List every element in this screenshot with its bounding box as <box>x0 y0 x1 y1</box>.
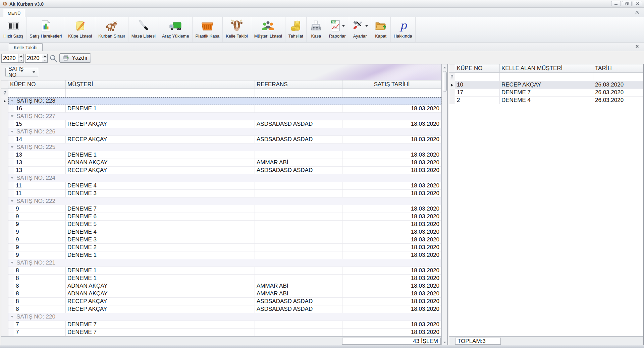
scrollbar-thumb[interactable] <box>443 71 447 92</box>
ribbon-item-kapat[interactable]: Kapat <box>371 17 391 42</box>
group-expanded-icon[interactable] <box>11 100 13 102</box>
ribbon-item-masa-listesi[interactable]: Masa Listesi <box>128 17 159 42</box>
data-row[interactable]: 9DENEME 218.03.2020 <box>1 244 441 251</box>
data-row[interactable]: 16DENEME 118.03.2020 <box>1 105 441 113</box>
restore-button[interactable] <box>622 1 632 6</box>
ribbon-item-satis-hareketleri[interactable]: Satış Hareketleri <box>26 17 65 42</box>
column-header-kupe-no[interactable]: KÜPE NO <box>8 80 66 89</box>
data-row[interactable]: 13ADNAN AKÇAYAMMAR ABİ18.03.2020 <box>1 159 441 167</box>
data-row[interactable]: 9DENEME 418.03.2020 <box>1 228 441 236</box>
vertical-scrollbar[interactable] <box>442 64 447 345</box>
data-row[interactable]: 9DENEME 718.03.2020 <box>1 205 441 213</box>
group-expanded-icon[interactable] <box>11 200 13 202</box>
cell-kupe-no: 13 <box>14 167 66 174</box>
cell-tarih: 26.03.2020 <box>593 97 643 104</box>
ribbon-item-kurban-sirasi[interactable]: Kurban Sırası <box>95 17 128 42</box>
data-row[interactable]: 7DENEME 718.03.2020 <box>1 329 441 336</box>
tab-menu[interactable]: MENÜ <box>3 9 25 17</box>
cell-kupe-no: 7 <box>14 329 66 336</box>
ribbon-item-hakkinda[interactable]: p Hakkında <box>391 17 416 42</box>
search-button[interactable] <box>49 54 58 62</box>
data-row[interactable]: 13RECEP AKÇAYASDSADASD ASDAD18.03.2020 <box>1 167 441 174</box>
filter-cell[interactable] <box>500 73 593 81</box>
close-button[interactable] <box>633 1 642 6</box>
group-row[interactable]: SATIŞ NO: 226 <box>1 128 441 136</box>
ribbon-item-plastik-kasa[interactable]: Plastik Kasa <box>193 17 223 42</box>
collapse-ribbon-icon[interactable] <box>635 10 640 14</box>
ribbon-item-hizli-satis[interactable]: Hızlı Satış <box>0 17 26 42</box>
minimize-button[interactable] <box>611 1 621 6</box>
row-indicator <box>1 182 8 190</box>
group-by-column-button[interactable]: SATIŞ NO <box>5 68 38 76</box>
group-expanded-icon[interactable] <box>11 316 13 318</box>
group-row[interactable]: SATIŞ NO: 221 <box>1 259 441 267</box>
group-row[interactable]: SATIŞ NO: 224 <box>1 174 441 182</box>
data-row[interactable]: 9DENEME 118.03.2020 <box>1 251 441 259</box>
filter-cell[interactable] <box>455 73 500 81</box>
data-row[interactable]: 9DENEME 618.03.2020 <box>1 213 441 221</box>
ribbon-item-kupe-listesi[interactable]: Küpe Listesi <box>65 17 95 42</box>
group-row[interactable]: SATIŞ NO: 225 <box>1 143 441 151</box>
tab-kelle-takibi[interactable]: Kelle Takibi <box>9 43 43 51</box>
filter-cell[interactable] <box>66 89 255 97</box>
data-row[interactable]: 2DENEME 426.03.2020 <box>449 97 643 104</box>
ribbon-item-kelle-takibi[interactable]: Kelle Takibi <box>223 17 251 42</box>
data-row[interactable]: 14RECEP AKÇAYASDSADASD ASDAD18.03.2020 <box>1 136 441 143</box>
column-header-kelle-alan-musteri[interactable]: KELLE ALAN MÜŞTERİ <box>500 64 593 72</box>
spin-up-icon[interactable] <box>42 54 47 58</box>
group-row[interactable]: SATIŞ NO: 227 <box>1 113 441 120</box>
close-tab-icon[interactable] <box>635 45 639 48</box>
scroll-up-icon[interactable] <box>442 65 447 70</box>
print-button[interactable]: Yazdır <box>59 53 91 63</box>
ribbon-item-ayarlar[interactable]: Ayarlar <box>349 17 371 42</box>
filter-cell[interactable] <box>255 89 342 97</box>
cell-kupe-no: 8 <box>14 275 66 282</box>
data-row[interactable]: 8RECEP AKÇAYASDSADASD ASDAD18.03.2020 <box>1 305 441 313</box>
data-row[interactable]: 17DENEME 726.03.2020 <box>449 89 643 97</box>
filter-cell[interactable] <box>342 89 441 97</box>
data-row[interactable]: 9DENEME 518.03.2020 <box>1 221 441 228</box>
data-row[interactable]: 8DENEME 118.03.2020 <box>1 267 441 275</box>
transaction-count-summary: 43 İŞLEM <box>342 338 441 345</box>
data-row[interactable]: 7DENEME 718.03.2020 <box>1 321 441 329</box>
column-header-musteri[interactable]: MÜŞTERİ <box>66 80 255 89</box>
year-start-spinner[interactable]: 2020 <box>1 54 24 63</box>
data-row[interactable]: 8ADNAN AKÇAYAMMAR ABİ18.03.2020 <box>1 290 441 298</box>
scroll-down-icon[interactable] <box>442 340 447 345</box>
ribbon-item-arac-yukleme[interactable]: Araç Yükleme <box>159 17 193 42</box>
column-header-satis-tarihi[interactable]: SATIŞ TARİHİ <box>342 80 441 89</box>
spin-down-icon[interactable] <box>18 58 23 62</box>
cell-musteri: DENEME 1 <box>66 105 255 113</box>
data-row[interactable]: 11DENEME 318.03.2020 <box>1 190 441 197</box>
group-row[interactable]: SATIŞ NO: 222 <box>1 197 441 205</box>
group-expanded-icon[interactable] <box>11 115 13 117</box>
group-row[interactable]: SATIŞ NO: 220 <box>1 313 441 321</box>
data-row[interactable]: 9DENEME 318.03.2020 <box>1 236 441 244</box>
ribbon-item-tahsilat[interactable]: Tahsilat <box>285 17 307 42</box>
group-indent <box>8 105 14 113</box>
data-row[interactable]: 8ADNAN AKÇAYAMMAR ABİ18.03.2020 <box>1 282 441 290</box>
filter-pin-icon <box>3 91 7 95</box>
data-row[interactable]: 8DENEME 118.03.2020 <box>1 275 441 282</box>
spin-down-icon[interactable] <box>42 58 47 62</box>
group-expanded-icon[interactable] <box>11 146 13 148</box>
ribbon-item-raporlar[interactable]: XLS Raporlar <box>326 17 349 42</box>
ribbon-item-musteri-listesi[interactable]: Müşteri Listesi <box>251 17 285 42</box>
data-row[interactable]: 15RECEP AKÇAYASDSADASD ASDAD18.03.2020 <box>1 120 441 128</box>
column-header-tarih[interactable]: TARİH <box>593 64 643 72</box>
data-row[interactable]: 11DENEME 418.03.2020 <box>1 182 441 190</box>
year-end-spinner[interactable]: 2020 <box>25 54 48 63</box>
group-expanded-icon[interactable] <box>11 262 13 264</box>
spin-up-icon[interactable] <box>18 54 23 58</box>
group-row[interactable]: SATIŞ NO: 228 <box>1 97 441 105</box>
ribbon-item-kasa[interactable]: Kasa <box>307 17 326 42</box>
group-expanded-icon[interactable] <box>11 131 13 133</box>
filter-cell[interactable] <box>8 89 66 97</box>
filter-cell[interactable] <box>593 73 643 81</box>
data-row[interactable]: 13DENEME 118.03.2020 <box>1 151 441 159</box>
column-header-kupe-no[interactable]: KÜPE NO <box>455 64 500 72</box>
data-row[interactable]: 8RECEP AKÇAYASDSADASD ASDAD18.03.2020 <box>1 298 441 305</box>
data-row[interactable]: 10RECEP AKÇAY26.03.2020 <box>449 81 643 89</box>
group-expanded-icon[interactable] <box>11 177 13 179</box>
column-header-referans[interactable]: REFERANS <box>255 80 342 89</box>
